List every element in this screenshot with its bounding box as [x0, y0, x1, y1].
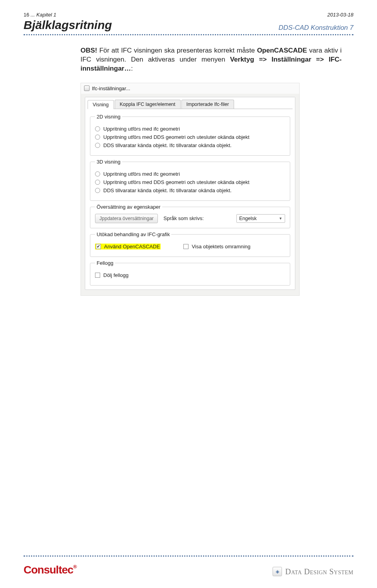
page-title: Bjälklagsritning [24, 18, 112, 32]
update-translations-button[interactable]: Jppdatera översättningar [95, 214, 158, 223]
window-title: Ifc-inställningar... [92, 86, 130, 91]
product-name: DDS-CAD Konstruktion 7 [278, 24, 353, 32]
page-number: 16 [24, 12, 29, 18]
radio-3d-ifc[interactable] [95, 171, 100, 177]
chevron-down-icon: ▼ [279, 217, 282, 220]
checkbox-hide-log[interactable] [95, 273, 100, 278]
body-paragraph: OBS! För att IFC visningen ska presenter… [81, 46, 342, 73]
radio-2d-ifc[interactable] [95, 126, 100, 131]
legend-translation: Översättning av egenskaper [95, 204, 162, 210]
legend-2d: 2D visning [95, 114, 122, 120]
obs-label: OBS! [81, 47, 97, 54]
legend-extended: Utökad behandling av IFC-grafik [95, 231, 171, 237]
checkbox-opencascade[interactable] [96, 244, 101, 249]
legend-3d: 3D visning [95, 159, 122, 165]
language-label: Språk som skrivs: [163, 215, 204, 221]
dialog-screenshot: Ifc-inställningar... Visning Koppla IFC … [81, 83, 300, 296]
legend-errorlog: Fellogg [95, 260, 115, 266]
dds-logo: ◈ Data Design System [273, 567, 353, 576]
window-titlebar: Ifc-inställningar... [81, 83, 299, 94]
radio-2d-mix[interactable] [95, 143, 100, 148]
window-icon [84, 86, 90, 91]
radio-3d-mix[interactable] [95, 188, 100, 193]
group-2d-visning: 2D visning Uppritning utförs med ifc geo… [90, 114, 290, 156]
group-extended-ifc: Utökad behandling av IFC-grafik Använd O… [90, 231, 290, 257]
tab-visning[interactable]: Visning [88, 100, 114, 109]
radio-2d-dds[interactable] [95, 135, 100, 140]
group-translation: Översättning av egenskaper Jppdatera öve… [90, 204, 290, 228]
group-3d-visning: 3D visning Uppritning utförs med ifc geo… [90, 159, 290, 201]
document-date: 2013-03-18 [328, 12, 354, 18]
group-errorlog: Fellogg Dölj fellogg [90, 260, 290, 286]
checkbox-outline[interactable] [183, 244, 188, 249]
cube-icon: ◈ [273, 567, 282, 576]
radio-3d-dds[interactable] [95, 180, 100, 185]
consultec-logo: Consultec® [24, 564, 77, 576]
tab-importerade[interactable]: Importerade Ifc-filer [181, 100, 234, 109]
tab-koppla[interactable]: Koppla IFC lager/element [115, 100, 181, 109]
chapter-label: ... Kapitel 1 [31, 12, 56, 18]
language-select[interactable]: Engelsk ▼ [236, 214, 285, 223]
